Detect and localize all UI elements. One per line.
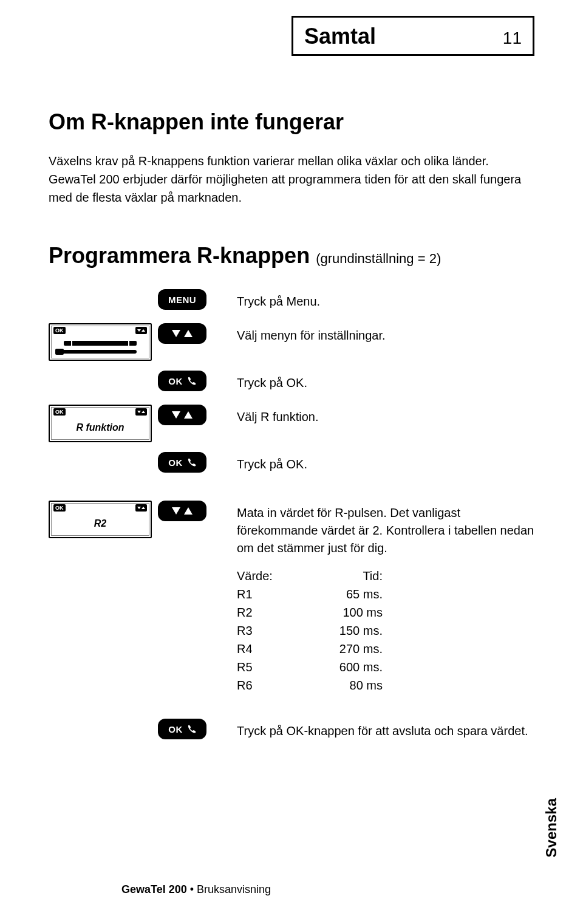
lcd-arrows-corner xyxy=(135,408,147,416)
phone-icon xyxy=(186,457,196,467)
settings-icon xyxy=(53,334,147,358)
table-row: R5600 ms. xyxy=(237,658,534,676)
table-row: R680 ms xyxy=(237,676,534,694)
ok-button[interactable]: OK xyxy=(158,719,206,739)
step-row: OK Välj menyn för inställningar. xyxy=(49,323,534,361)
step-row: OK Tryck på OK. xyxy=(49,371,534,395)
ok-button-label: OK xyxy=(168,457,183,468)
table-row: R4270 ms. xyxy=(237,640,534,658)
step-text: Välj R funktion. xyxy=(231,405,534,426)
step-row: OK Tryck på OK-knappen för att avsluta o… xyxy=(49,719,534,743)
lcd-rfunktion-screen: OK R funktion xyxy=(49,405,152,442)
footer-sep: • xyxy=(187,883,197,895)
section2-title-suffix: (grundinställning = 2) xyxy=(316,251,441,266)
steps-list: MENU Tryck på Menu. OK xyxy=(49,289,534,557)
triangle-down-icon xyxy=(172,411,180,419)
wrench-icon xyxy=(64,341,137,346)
svg-marker-2 xyxy=(172,411,180,419)
step-text: Tryck på OK-knappen för att avsluta och … xyxy=(231,719,534,740)
triangle-down-icon xyxy=(172,330,180,337)
menu-button[interactable]: MENU xyxy=(158,289,206,310)
lcd-r2-screen: OK R2 xyxy=(49,501,152,538)
triangle-up-icon xyxy=(184,330,193,337)
footer: GewaTel 200 • Bruksanvisning xyxy=(121,883,271,896)
svg-marker-4 xyxy=(172,507,180,515)
step-row: OK Tryck på OK. xyxy=(49,452,534,476)
menu-button-label: MENU xyxy=(168,295,196,305)
ok-button-label: OK xyxy=(168,724,183,734)
lcd-ok-corner: OK xyxy=(53,327,66,334)
value-time-table: Värde: Tid: R165 ms. R2100 ms R3150 ms. … xyxy=(237,567,534,694)
ok-button[interactable]: OK xyxy=(158,452,206,473)
lcd-arrows-corner xyxy=(135,327,147,334)
step-row: OK R2 Mata in värdet för R-pulsen. Det v… xyxy=(49,501,534,557)
section1-body: Växelns krav på R-knappens funktion vari… xyxy=(49,152,534,207)
svg-marker-1 xyxy=(184,330,193,337)
phone-icon xyxy=(186,376,196,386)
step-text: Välj menyn för inställningar. xyxy=(231,323,534,344)
step-row: OK R funktion Välj R funktion. xyxy=(49,405,534,442)
table-header-value: Värde: xyxy=(237,567,298,585)
lcd-settings-screen: OK xyxy=(49,323,152,361)
step-text: Tryck på Menu. xyxy=(231,289,534,310)
triangle-down-icon xyxy=(172,507,180,515)
arrow-down-up-button[interactable] xyxy=(158,405,206,425)
section2-title-main: Programmera R-knappen xyxy=(49,243,310,268)
arrow-down-up-button[interactable] xyxy=(158,501,206,521)
svg-marker-3 xyxy=(184,411,193,419)
table-header: Värde: Tid: xyxy=(237,567,534,585)
step-text: Tryck på OK. xyxy=(231,371,534,392)
ok-button-label: OK xyxy=(168,376,183,386)
section1-title: Om R-knappen inte fungerar xyxy=(49,109,534,135)
step-text: Tryck på OK. xyxy=(231,452,534,473)
arrow-down-up-button[interactable] xyxy=(158,323,206,344)
ok-button[interactable]: OK xyxy=(158,371,206,391)
table-row: R2100 ms xyxy=(237,603,534,621)
table-row: R3150 ms. xyxy=(237,621,534,640)
lcd-ok-corner: OK xyxy=(53,408,66,416)
lcd-arrows-corner xyxy=(135,504,147,512)
step-text: Mata in värdet för R-pulsen. Det vanliga… xyxy=(231,501,534,557)
footer-doc: Bruksanvisning xyxy=(197,883,271,895)
triangle-up-icon xyxy=(184,507,193,515)
table-row: R165 ms. xyxy=(237,585,534,603)
header-page-number: 11 xyxy=(503,29,522,48)
screwdriver-icon xyxy=(64,350,137,354)
lcd-text-rfunktion: R funktion xyxy=(76,422,124,433)
footer-product: GewaTel 200 xyxy=(121,883,187,895)
lcd-text-r2: R2 xyxy=(94,518,106,529)
step-row: MENU Tryck på Menu. xyxy=(49,289,534,313)
header-box: Samtal 11 xyxy=(292,16,534,56)
triangle-up-icon xyxy=(184,411,193,419)
language-tab: Svenska xyxy=(543,798,560,857)
header-section: Samtal xyxy=(304,24,376,49)
lcd-ok-corner: OK xyxy=(53,504,66,512)
phone-icon xyxy=(186,724,196,734)
table-header-time: Tid: xyxy=(298,567,383,585)
section2-title: Programmera R-knappen (grundinställning … xyxy=(49,243,534,269)
svg-marker-0 xyxy=(172,330,180,337)
svg-marker-5 xyxy=(184,507,193,515)
